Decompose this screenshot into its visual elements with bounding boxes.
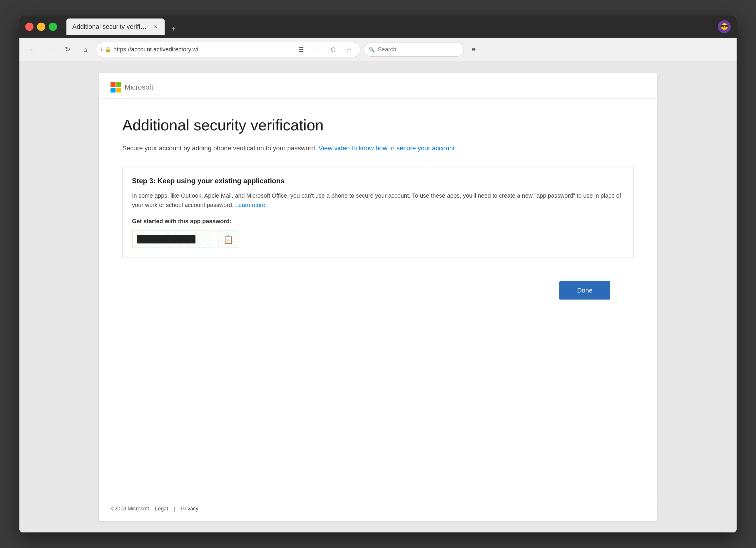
back-button[interactable]: ← [25,43,39,57]
ms-logo-text: Microsoft [125,83,153,91]
toolbar: ← → ↻ ⌂ ℹ 🔒 https://account.activedirect… [19,38,737,61]
subtitle-text: Secure your account by adding phone veri… [122,143,634,153]
ms-logo-sq-yellow [116,88,121,93]
search-input[interactable] [378,46,459,53]
new-tab-button[interactable]: + [167,22,180,35]
reader-view-button[interactable]: ☰ [295,43,308,56]
tab-close-button[interactable]: ✕ [152,24,159,30]
info-icon: ℹ [101,46,103,53]
copy-wavy-bg: 📋 [218,231,238,248]
ms-logo-sq-red [111,82,116,87]
app-password-row: 📋 [132,231,624,248]
pocket-button[interactable]: ⬡ [327,43,339,56]
page-footer: ©2018 Microsoft Legal | Privacy [99,497,657,521]
lock-icon: 🔒 [105,47,111,52]
step-description-text: In some apps, like Outlook, Apple Mail, … [132,192,621,208]
subtitle-plain-text: Secure your account by adding phone veri… [122,145,317,152]
more-options-button[interactable]: ··· [311,43,324,56]
content-card: Microsoft Additional security verificati… [99,73,657,521]
done-section: Done [122,270,634,311]
browser-window: Additional security verification ✕ + 😎 ←… [19,16,737,532]
tab-title: Additional security verification [72,23,149,31]
page-content: Microsoft Additional security verificati… [19,61,737,532]
footer-legal-link[interactable]: Legal [155,506,168,512]
minimize-button[interactable] [37,23,45,31]
ms-logo-sq-blue [111,88,116,93]
step-title: Step 3: Keep using your existing applica… [132,177,624,185]
search-box[interactable]: 🔍 [364,43,464,57]
main-content: Additional security verification Secure … [99,99,657,497]
home-button[interactable]: ⌂ [78,43,92,57]
ms-logo-squares [111,82,121,93]
video-link[interactable]: View video to know how to secure your ac… [319,145,455,152]
address-bar-icons: ℹ 🔒 [101,46,111,53]
done-button[interactable]: Done [559,281,610,299]
address-bar[interactable]: ℹ 🔒 https://account.activedirectory.wi ☰… [96,42,360,57]
footer-copyright: ©2018 Microsoft [111,506,149,512]
copy-icon: 📋 [223,235,233,244]
hamburger-menu-button[interactable]: ≡ [467,43,480,56]
copy-button-wrapper[interactable]: 📋 [218,231,238,248]
step-section: Step 3: Keep using your existing applica… [122,167,634,258]
page-heading: Additional security verification [122,116,634,134]
learn-more-link[interactable]: Learn more [235,202,265,208]
bookmark-button[interactable]: ☆ [342,43,355,56]
ms-header: Microsoft [99,73,657,99]
password-field-wrapper [132,231,214,248]
title-bar: Additional security verification ✕ + 😎 [19,16,737,38]
search-icon: 🔍 [369,47,375,52]
forward-button[interactable]: → [43,43,57,57]
address-text: https://account.activedirectory.wi [113,46,292,53]
ms-logo-sq-green [116,82,121,87]
footer-separator: | [174,506,175,512]
active-tab[interactable]: Additional security verification ✕ [66,19,165,35]
ms-logo: Microsoft [111,82,645,93]
app-password-label: Get started with this app password: [132,218,624,225]
step-description: In some apps, like Outlook, Apple Mail, … [132,191,624,210]
close-button[interactable] [25,23,34,31]
profile-avatar[interactable]: 😎 [718,20,731,33]
profile-icon-mask: 😎 [720,23,728,31]
traffic-lights [25,23,57,31]
password-redacted [137,235,195,244]
maximize-button[interactable] [49,23,57,31]
reload-button[interactable]: ↻ [61,43,75,57]
tabs-area: Additional security verification ✕ + [66,19,713,35]
footer-privacy-link[interactable]: Privacy [181,506,198,512]
